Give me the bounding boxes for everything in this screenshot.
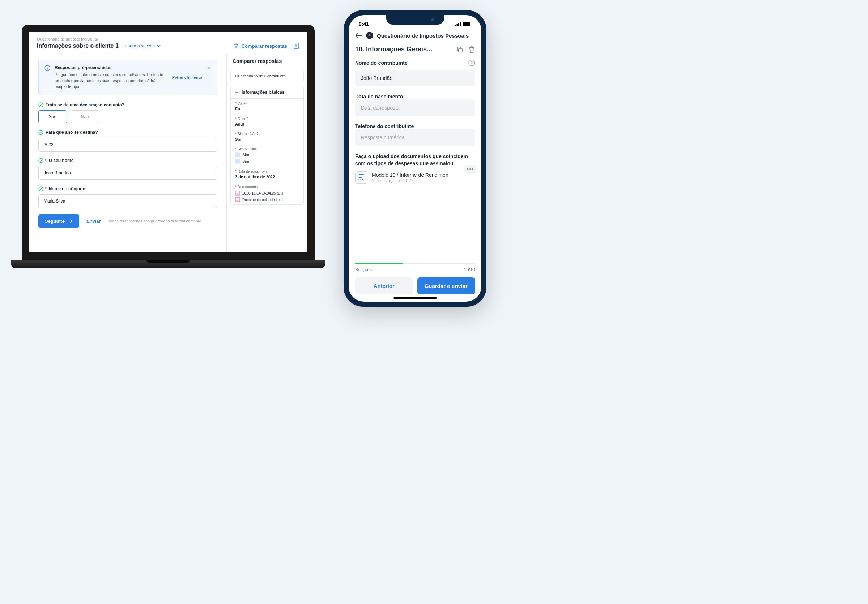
next-button[interactable]: Seguinte (38, 214, 79, 228)
radio-no[interactable]: Não (71, 110, 99, 123)
image-file-icon: IMG (235, 197, 240, 202)
phone-device: 9:41 Questionário de Impostos Pessoais 1… (344, 10, 487, 307)
sections-label: Secções (355, 267, 372, 273)
autosave-text: Todas as respostas são guardadas automat… (108, 219, 202, 223)
prefill-info-box: Respostas pré-preenchidas Perguntámos an… (38, 60, 217, 95)
questionnaire-card[interactable]: Questionário do Contribuinte (230, 70, 304, 82)
section-title: 10. Informações Gerais... (355, 46, 432, 53)
svg-point-5 (39, 130, 43, 135)
close-icon[interactable]: ✕ (206, 65, 211, 71)
check-circle-icon (38, 130, 43, 135)
svg-point-7 (39, 187, 43, 191)
question-name-label: O seu nome (49, 158, 74, 163)
previous-button[interactable]: Anterior (355, 277, 413, 294)
svg-rect-0 (294, 43, 298, 49)
info-title: Respostas pré-preenchidas (54, 65, 165, 70)
required-marker: * (45, 186, 46, 191)
battery-icon (463, 22, 471, 26)
svg-rect-3 (47, 68, 47, 70)
svg-rect-16 (463, 22, 470, 26)
breadcrumb: Questionário de imposto individual (37, 37, 234, 41)
checkbox-icon: ✓ (235, 159, 240, 164)
doc-file-icon: DOC (355, 172, 367, 184)
svg-point-2 (47, 67, 48, 67)
home-indicator (394, 297, 437, 299)
answer-where: Aqui (235, 122, 299, 128)
dob-input[interactable]: Data da resposta (355, 99, 475, 116)
image-file-icon: IMG (235, 190, 240, 196)
svg-point-4 (39, 103, 43, 107)
svg-rect-13 (457, 24, 458, 26)
checkbox-icon: ✓ (235, 152, 240, 157)
compare-answers-link[interactable]: Comparar respostas (234, 43, 287, 49)
phone-input[interactable]: Resposta numérica (355, 129, 475, 146)
answer-dob: 3 de outubro de 2022 (235, 175, 299, 180)
svg-rect-12 (455, 25, 456, 26)
compare-panel-title: Comparar respostas (227, 53, 307, 68)
svg-text:?: ? (471, 61, 473, 65)
goto-section-link[interactable]: Ir para a secção (124, 43, 161, 48)
trash-icon[interactable] (468, 46, 475, 53)
chevron-down-icon (157, 44, 161, 48)
save-send-button[interactable]: Guardar e enviar (417, 277, 475, 294)
doc-name: Documento uploaded e n (242, 198, 283, 202)
svg-point-6 (39, 158, 43, 163)
uploaded-document[interactable]: ••• DOC Modelo 10 / Informe de Rendimen … (355, 172, 475, 184)
upload-label: Faça o upload dos documentos que coincid… (355, 153, 475, 167)
signal-icon (455, 22, 461, 26)
chevron-up-icon (235, 90, 239, 94)
name-input[interactable] (38, 166, 217, 180)
laptop-device: Questionário de imposto individual Infor… (11, 25, 326, 285)
info-icon (45, 65, 50, 71)
doc-name: 2020-11-14 14.04.25 (2).j (242, 191, 283, 195)
more-icon[interactable]: ••• (464, 165, 476, 173)
progress-bar (355, 263, 475, 264)
svg-rect-20 (459, 48, 462, 52)
dob-label: Data de nascimento (355, 94, 475, 99)
send-link[interactable]: Enviar (87, 218, 101, 224)
info-text: Perguntámos anteriormente questões semel… (54, 71, 165, 90)
laptop-header: Questionário de imposto individual Infor… (29, 32, 307, 53)
check-circle-icon (38, 158, 43, 163)
page-title: Informações sobre o cliente 1 (37, 43, 119, 49)
status-time: 9:41 (359, 21, 369, 27)
prefill-action-link[interactable]: Pré-enchimento (172, 75, 202, 80)
taxpayer-name-input[interactable]: João Brandão (355, 70, 475, 87)
spouse-input[interactable] (38, 194, 217, 208)
doc-date: 2 de março de 2022 (372, 178, 475, 183)
sections-count: 10/10 (464, 267, 475, 273)
answer-you: Eu (235, 107, 299, 113)
check-circle-icon (38, 186, 43, 191)
check-circle-icon (38, 102, 43, 107)
question-spouse-label: Nome do cônjuge (49, 186, 85, 191)
arrow-right-icon (68, 219, 73, 223)
document-icon[interactable] (294, 43, 299, 49)
clock-icon (366, 32, 373, 39)
back-arrow-icon[interactable] (355, 33, 363, 38)
compare-panel: Comparar respostas Questionário do Contr… (226, 53, 307, 252)
question-joint-label: Trata-se de uma declaração conjunta? (46, 102, 124, 107)
phone-label: Telefone do contribuinte (355, 123, 475, 129)
svg-rect-17 (471, 23, 471, 25)
required-marker: * (45, 158, 46, 163)
svg-rect-15 (460, 22, 461, 26)
svg-text:IMG: IMG (236, 193, 239, 195)
form-main-area: Respostas pré-preenchidas Perguntámos an… (29, 53, 226, 252)
doc-name: Modelo 10 / Informe de Rendimen (372, 172, 475, 178)
radio-yes[interactable]: Sim (38, 110, 67, 123)
help-icon[interactable]: ? (468, 60, 475, 66)
copy-icon[interactable] (456, 46, 463, 53)
mobile-header-title: Questionário de Impostos Pessoais (377, 33, 469, 39)
section-header[interactable]: Informações básicas (231, 86, 304, 99)
taxpayer-name-label: Nome do contribuinte (355, 60, 408, 66)
answer-yesno: Sim (235, 137, 299, 143)
compare-icon (234, 43, 239, 48)
svg-text:IMG: IMG (236, 199, 239, 201)
question-year-label: Para que ano se destina? (46, 130, 98, 135)
svg-rect-14 (458, 23, 459, 26)
year-input[interactable] (38, 138, 217, 152)
